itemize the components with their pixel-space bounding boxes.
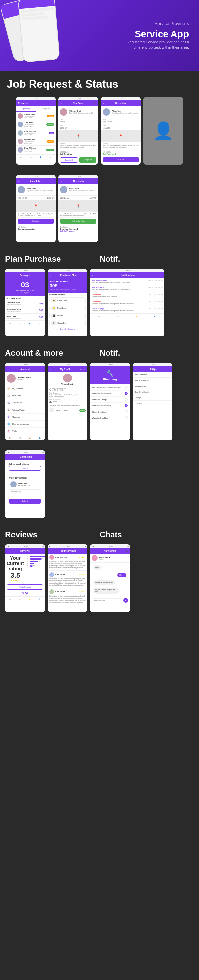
submit-btn[interactable]: Submit [9, 499, 41, 504]
account-menu-contact[interactable]: 📞 Contact us [5, 399, 45, 406]
tab-upcoming[interactable]: Upcoming [16, 106, 36, 111]
avatar [103, 108, 110, 116]
about-icon: ℹ [7, 415, 11, 418]
service-checkbox[interactable] [125, 416, 128, 419]
avatar [49, 572, 54, 577]
faq-item[interactable]: Chatting › [133, 401, 172, 406]
start-job-btn[interactable]: Start Job [17, 219, 54, 224]
faq-item[interactable]: Sign In & Sign up › [133, 378, 172, 383]
spacer [47, 450, 87, 518]
plumbing-header: 🔧 Plumbing [90, 366, 130, 385]
hex-profile: Alex John Tap, Wash Basin and sink probl… [101, 106, 141, 118]
request-item: Paul Williams Tap, Wash Basin... 25 Jan … [16, 146, 56, 154]
request-item: Alex John Tap, Wash Basin... 25 Jan 2018… [16, 120, 56, 129]
plan-purchase-title: Plan Purchase [5, 254, 100, 264]
avatar [17, 186, 25, 193]
plumbing-screen: ▲▲ 12:30 ■ 🔧 Plumbing Tap, Wash Basin an… [90, 363, 130, 440]
contact-call-box: Call to speak with us Call now [7, 461, 43, 473]
hero-description: Registered Service provider can get a di… [122, 40, 189, 50]
reviews-screen: ▲▲ 12:30 ■ Reviews Your Current rating 3… [5, 544, 45, 612]
reviews-chats-headers: Reviews Chats [0, 525, 199, 541]
hex-john-header: ← Hex John 📞 [101, 100, 141, 106]
goto-job-btn[interactable]: Go to Job [103, 157, 139, 162]
status-completed: Done [49, 132, 54, 134]
payment-googlepay[interactable]: G GooglePay [49, 320, 86, 326]
message-input[interactable] [9, 489, 41, 494]
plan-icon: 📋 [7, 394, 11, 397]
avatar [49, 555, 54, 560]
avatar [17, 122, 23, 127]
request-item: Paul Williams Tap, Wash Basin... 25 Jan … [16, 129, 56, 137]
job-request-header: Job Request & Status [0, 71, 199, 94]
avatar [17, 138, 23, 144]
avatar [92, 555, 98, 561]
account-title: Acount & more [5, 348, 100, 358]
account-menu-about[interactable]: ℹ About us [5, 414, 45, 421]
read-all-reviews-btn[interactable]: Read all reviews [7, 584, 43, 590]
service-item: Tap, Wash Basin and sink problem [90, 385, 130, 391]
notifications-screen: ▲▲ 12:30 ■ ← Notifications June 20, 2018… [90, 269, 164, 336]
call-now-btn[interactable]: Call now [9, 466, 41, 471]
account-menu-plan[interactable]: 📋 Your Plan [5, 392, 45, 399]
notif2-title: Notif. [100, 348, 194, 358]
rating-bar-5 [30, 556, 45, 557]
mark-complete-btn[interactable]: Mark as Complete [60, 219, 96, 224]
requests-screen: ▲▲ 12:30 ■ Requests ⋮ Upcoming Completed… [16, 97, 56, 165]
service-checkbox[interactable]: ✓ [125, 392, 128, 395]
googlepay-icon: G [51, 321, 56, 325]
spacer [143, 175, 183, 242]
requests-title: Requests [18, 102, 28, 105]
account-screens: ▲▲ 12:30 ■ Account Allison Smith Plumber… [0, 360, 199, 447]
faq-item[interactable]: Searching Service › [133, 389, 172, 395]
account-menu-portfolio[interactable]: 📁 My Portfolio [5, 385, 45, 392]
tab-completed[interactable]: Completed [36, 106, 56, 111]
verified-badge: Verified [79, 409, 86, 412]
hero-section: Service Providers Service App Registered… [0, 0, 199, 71]
rating-bar-4 [30, 558, 42, 560]
paypal-icon: 🅿 [51, 314, 56, 317]
plan-economy: Economy Plan Upto 3 days renewable 30$ [5, 307, 45, 314]
packages-screen: ▲▲ 12:30 ■ Packages 03 Leads Remaining t… [5, 269, 45, 336]
nex-profile: Allison Smith Tap, Wash Basin and sink p… [58, 106, 98, 118]
service-item: Bathroom Fittings [90, 397, 130, 403]
payment-debit-card[interactable]: 💳 Debit Card [49, 305, 86, 312]
requests-header: Requests ⋮ [16, 100, 56, 106]
bottom-nav: 🏠 📋 👤 ⚙ [16, 154, 56, 160]
service-checkbox[interactable]: ✓ [125, 404, 128, 407]
cancel-job-btn[interactable]: Cancel Job [60, 157, 78, 163]
faq-item[interactable]: About Services › [133, 372, 172, 378]
notif-item: June 21, 2018, 5:30 pm Cancelled Your ha… [90, 299, 164, 306]
reviews-screens: ▲▲ 12:30 ■ Reviews Your Current rating 3… [0, 541, 199, 622]
account-menu-language[interactable]: 🌐 Change Language [5, 421, 45, 428]
plan-basic: Basic Plan Upto 3 days renewable 10$ [5, 314, 45, 321]
service-checkbox[interactable] [125, 398, 128, 401]
upload-section: ⬆ Upload Document Verified [47, 407, 87, 413]
service-checkbox[interactable] [125, 386, 128, 389]
send-button[interactable]: ➤ [123, 598, 128, 603]
your-reviews-screen: ▲▲ 12:30 ■ ← Your Reviews Emil Williams … [47, 544, 87, 612]
faq-item[interactable]: Ratings › [133, 395, 172, 401]
payment-paypal[interactable]: 🅿 PayPal [49, 312, 86, 319]
plumbing-icon: 🔧 [106, 370, 114, 377]
chat-input[interactable] [92, 598, 122, 602]
avatar [63, 374, 72, 382]
faq-item[interactable]: Payment Policy › [133, 383, 172, 389]
notif-item: June 20, 2018, 5:30 pm New Appointment Y… [90, 278, 164, 285]
chat-messages: Hello! May I ? We are at Brenfield Road!… [90, 563, 130, 597]
status-accepted: Accepted [46, 123, 54, 126]
accept-job-btn[interactable]: Accept Job [79, 157, 96, 163]
service-item: Bathroom Water Filters ✓ [90, 403, 130, 409]
job-request-title: Job Request & Status [7, 78, 192, 90]
tab-bar[interactable]: Upcoming Completed [16, 106, 56, 112]
payment-credit-card[interactable]: 💳 Credit Card [49, 297, 86, 304]
chat-received: Ok, we are here to speak the job! [93, 588, 119, 594]
account-menu-privacy[interactable]: 🔒 Privacy Policy [5, 406, 45, 414]
service-checkbox[interactable] [125, 410, 128, 413]
status-bar: ▲▲ 12:30 ■ [16, 97, 56, 100]
booking-screen-2: ▲▲ 12:30 ■ ← Alex John 📞 Alex John Tap, … [58, 175, 98, 242]
avatar [49, 589, 54, 594]
privacy-icon: 🔒 [7, 408, 11, 412]
nex-john-title: Nex John [73, 102, 84, 105]
faq-icon: ❓ [7, 430, 11, 433]
account-menu-faqs[interactable]: ❓ FAQs [5, 428, 45, 435]
